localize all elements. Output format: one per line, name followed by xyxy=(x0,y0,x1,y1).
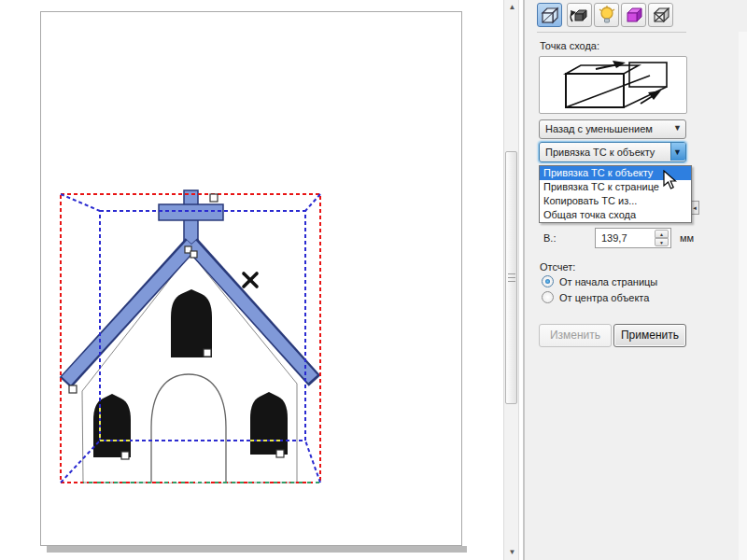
radio-from-object-center-label: От центра объекта xyxy=(559,292,649,303)
vanishing-point-preview-icon xyxy=(540,57,686,113)
spinner-down-icon[interactable]: ▼ xyxy=(655,238,669,246)
vp-option-shared-vp[interactable]: Общая точка схода xyxy=(540,208,691,222)
mouse-cursor-icon xyxy=(663,170,677,190)
spinner-up-icon[interactable]: ▲ xyxy=(655,230,669,238)
v-field-label: В.: xyxy=(543,232,556,244)
scroll-down-button[interactable]: ▼ xyxy=(504,545,520,560)
extrude-lighting-button[interactable] xyxy=(594,3,619,27)
extrude-color-button[interactable] xyxy=(621,3,646,27)
v-position-value[interactable]: 139,7 xyxy=(601,232,627,244)
vp-option-copy-vp-from[interactable]: Копировать ТС из... xyxy=(540,194,691,208)
church-door[interactable] xyxy=(151,374,226,483)
extrude-bevel-button[interactable] xyxy=(648,3,673,27)
extrude-depth-value: Назад с уменьшением xyxy=(545,123,653,134)
vanishing-point-preview xyxy=(539,56,687,114)
gable-window[interactable] xyxy=(171,289,212,357)
drawing-canvas[interactable] xyxy=(0,0,503,560)
scrollbar-thumb[interactable] xyxy=(505,151,517,404)
v-field-unit: мм xyxy=(680,232,694,244)
v-position-field[interactable]: 139,7 ▲ ▼ xyxy=(595,228,671,248)
edit-button[interactable]: Изменить xyxy=(539,324,612,347)
extrude-depth-dropdown[interactable]: Назад с уменьшением ▼ xyxy=(539,119,686,139)
extrude-docker: Точка схода: Назад с уменьшением ▼ Привя… xyxy=(525,0,747,560)
radio-unselected-icon xyxy=(542,291,554,303)
scrollbar-grip[interactable] xyxy=(508,273,515,284)
radio-from-page-start-label: От начала страницы xyxy=(559,276,657,287)
apply-button[interactable]: Применить xyxy=(613,324,686,347)
extrude-camera-icon xyxy=(539,5,561,26)
chevron-down-icon: ▼ xyxy=(673,147,682,157)
extrude-bevel-icon xyxy=(650,5,672,26)
extrude-rotation-button[interactable] xyxy=(567,3,592,27)
chevron-down-icon: ▼ xyxy=(673,123,682,133)
v-position-stepper[interactable]: ▲ ▼ xyxy=(655,230,669,246)
extrude-lighting-icon xyxy=(596,5,618,26)
vp-binding-value: Привязка ТС к объекту xyxy=(545,147,655,158)
origin-label: Отсчет: xyxy=(540,261,575,273)
vanishing-point-label: Точка схода: xyxy=(540,40,599,51)
vanishing-point-marker[interactable] xyxy=(244,273,257,287)
extrude-color-icon xyxy=(623,5,645,26)
canvas-vertical-scrollbar[interactable]: ▲ ▼ xyxy=(503,0,519,560)
extrude-rotation-icon xyxy=(569,5,591,26)
extrude-camera-button[interactable] xyxy=(537,3,562,27)
vp-binding-dropdown[interactable]: Привязка ТС к объекту ▼ xyxy=(539,142,686,162)
docker-scroll-track xyxy=(739,32,747,560)
right-window[interactable] xyxy=(250,392,288,455)
toolbar-separator xyxy=(537,32,686,33)
scroll-up-button[interactable]: ▲ xyxy=(504,0,520,15)
radio-selected-icon xyxy=(542,275,554,287)
church-drawing[interactable] xyxy=(0,0,503,560)
